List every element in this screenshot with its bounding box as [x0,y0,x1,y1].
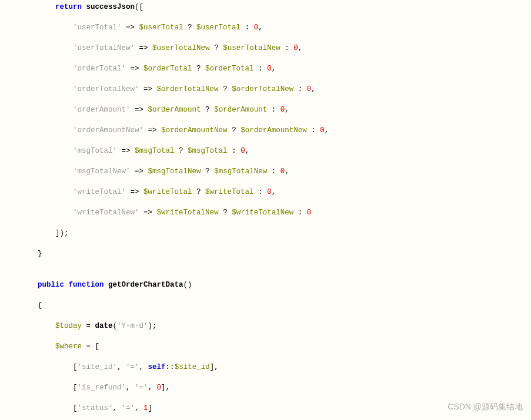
code-block: return successJson([ 'userTotal' => $use… [0,0,531,420]
code-line: ['site_id', '=', self::$site_id], [20,362,531,373]
code-line: public function getOrderChartData() [20,280,531,291]
code-line: 'orderTotalNew' => $orderTotalNew ? $ord… [20,85,531,95]
code-line: return successJson([ [20,2,531,13]
code-line: $where = [ [20,342,531,352]
code-line: 'writeTotal' => $writeTotal ? $writeTota… [20,187,531,198]
watermark: CSDN @源码集结地 [447,401,523,413]
code-line: 'writeTotalNew' => $writeTotalNew ? $wri… [20,208,531,219]
code-line: { [20,301,531,311]
code-line: 'msgTotal' => $msgTotal ? $msgTotal : 0, [20,146,531,157]
code-line: 'msgTotalNew' => $msgTotalNew ? $msgTota… [20,167,531,177]
code-line: 'orderAmountNew' => $orderAmountNew ? $o… [20,126,531,136]
code-line: 'userTotalNew' => $userTotalNew ? $userT… [20,43,531,54]
code-line: ['is_refund', '=', 0], [20,383,531,394]
code-line: 'orderAmount' => $orderAmount ? $orderAm… [20,105,531,116]
code-line: } [20,249,531,260]
code-line: 'userTotal' => $userTotal ? $userTotal :… [20,23,531,33]
code-line: 'orderTotal' => $orderTotal ? $orderTota… [20,64,531,75]
code-line: $today = date('Y-m-d'); [20,321,531,332]
code-line: ]); [20,229,531,239]
